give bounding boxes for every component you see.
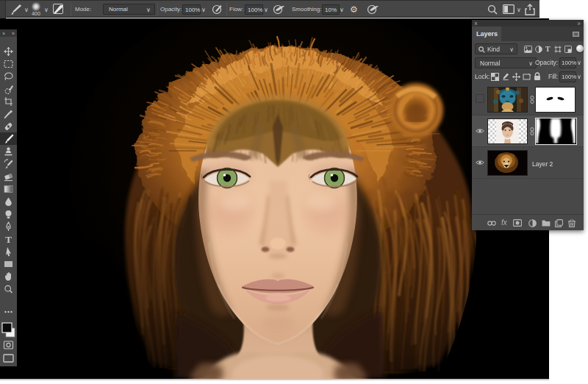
svg-text:T: T bbox=[5, 234, 12, 245]
